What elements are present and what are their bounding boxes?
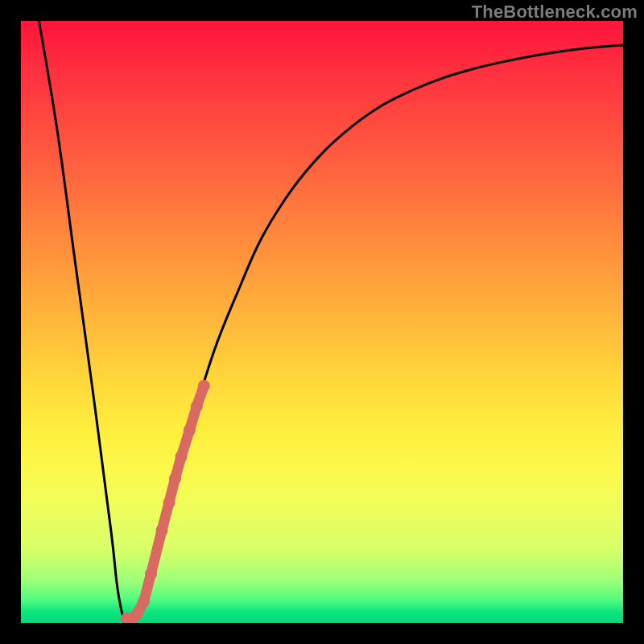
frame-bottom bbox=[0, 623, 644, 644]
frame-left bbox=[0, 0, 21, 644]
plot-gradient-area bbox=[21, 21, 623, 623]
chart-stage: TheBottleneck.com bbox=[0, 0, 644, 644]
frame-right bbox=[623, 0, 644, 644]
watermark-text: TheBottleneck.com bbox=[472, 2, 638, 23]
